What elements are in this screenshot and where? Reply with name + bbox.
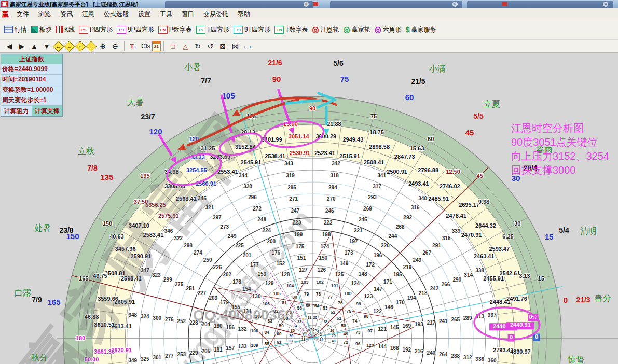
- svg-text:223: 223: [293, 220, 301, 226]
- svg-text:271: 271: [289, 196, 298, 202]
- toolbar-button-T数字表[interactable]: TNT数字表: [274, 25, 308, 34]
- svg-text:50: 50: [341, 323, 346, 328]
- background-tab[interactable]: [467, 1, 613, 8]
- menu-item-交易委托[interactable]: 交易委托: [199, 8, 233, 20]
- expand-tool-icon[interactable]: ⊠: [217, 41, 228, 51]
- svg-text:2542.61: 2542.61: [499, 270, 520, 276]
- svg-text:319: 319: [286, 173, 295, 178]
- svg-text:270: 270: [327, 196, 336, 202]
- svg-text:60: 60: [277, 331, 282, 337]
- zoom-out-icon[interactable]: ⊖: [109, 41, 121, 51]
- svg-text:172: 172: [366, 262, 375, 268]
- svg-text:81: 81: [282, 300, 287, 305]
- app-logo: 赢: [2, 10, 9, 19]
- svg-text:120: 120: [189, 136, 199, 142]
- menu-item-文件[interactable]: 文件: [12, 8, 34, 20]
- tab-close-icon[interactable]: ×: [603, 2, 608, 7]
- toolbar-button-赢家服务[interactable]: $赢家服务: [406, 25, 436, 34]
- svg-text:2560.91: 2560.91: [196, 180, 216, 187]
- toolbar-button-赢家轮[interactable]: ◎赢家轮: [344, 25, 370, 34]
- svg-text:106: 106: [263, 301, 270, 306]
- menu-item-浏览[interactable]: 浏览: [34, 8, 56, 20]
- svg-text:147: 147: [374, 286, 382, 292]
- svg-text:132: 132: [238, 326, 247, 332]
- toolbar-button-P数字表[interactable]: PNP数字表: [158, 25, 192, 34]
- toolbar-button-六角形[interactable]: ◎六角形: [375, 25, 402, 34]
- calendar-icon[interactable]: 21: [152, 41, 161, 51]
- svg-text:129: 129: [265, 281, 274, 286]
- menu-item-江恩[interactable]: 江恩: [77, 8, 99, 20]
- svg-text:50.00: 50.00: [85, 356, 99, 362]
- svg-text:6.25: 6.25: [502, 233, 513, 240]
- degree-label-60: 60: [405, 93, 414, 102]
- svg-text:45: 45: [477, 173, 483, 179]
- toolbar-button-江恩轮[interactable]: ◎江恩轮: [312, 25, 339, 34]
- toolbar-button-行情[interactable]: 行情: [4, 25, 27, 34]
- shrink-tool-icon[interactable]: ⋈: [229, 41, 241, 51]
- instrument-name: 上证指数: [1, 54, 62, 64]
- svg-text:220: 220: [381, 243, 390, 248]
- svg-text:296: 296: [248, 194, 257, 200]
- gann-wheel[interactable]: 1234567891011121324252627282930313233343…: [0, 53, 618, 364]
- menu-item-帮助[interactable]: 帮助: [233, 8, 255, 20]
- svg-text:165: 165: [79, 275, 88, 282]
- arrow-left-icon[interactable]: ◀: [4, 41, 15, 51]
- rotate-ccw-icon[interactable]: ↺: [204, 41, 216, 51]
- arrow-right-icon[interactable]: ▶: [16, 41, 28, 51]
- svg-text:2493.41: 2493.41: [408, 180, 429, 187]
- svg-text:2949.43: 2949.43: [342, 136, 363, 143]
- svg-text:336: 336: [475, 356, 484, 362]
- background-tab[interactable]: [165, 1, 313, 8]
- calc-resistance-button[interactable]: 计算阻力: [1, 106, 32, 116]
- calc-support-button[interactable]: 计算支撑: [32, 106, 63, 116]
- svg-text:105: 105: [246, 113, 256, 119]
- menu-item-设置[interactable]: 设置: [133, 8, 155, 20]
- rotate-cw-icon[interactable]: ↻: [192, 41, 203, 51]
- svg-text:82: 82: [273, 309, 279, 314]
- menu-item-窗口[interactable]: 窗口: [177, 8, 199, 20]
- zoom-in-icon[interactable]: ⊕: [97, 41, 108, 51]
- svg-text:2545.91: 2545.91: [241, 159, 262, 165]
- toolbar-button-9P四方形[interactable]: P99P四方形: [117, 25, 154, 34]
- title-bar: 赢 赢家江恩专业版[赢家服务平台] - [上证指数 江恩轮] × × ×: [0, 0, 618, 8]
- diamond-left-icon[interactable]: ←: [53, 40, 64, 51]
- diamond-down-icon[interactable]: ↓: [86, 40, 97, 51]
- triangle-tool-icon[interactable]: △: [180, 41, 191, 51]
- diamond-up-icon[interactable]: ↑: [75, 40, 86, 51]
- degree-label-0: 0: [564, 296, 568, 304]
- rect-tool-icon[interactable]: □: [167, 41, 178, 51]
- menu-item-公式选股[interactable]: 公式选股: [99, 8, 133, 20]
- svg-text:226: 226: [213, 264, 222, 270]
- menu-item-资讯[interactable]: 资讯: [56, 8, 77, 20]
- solar-term-白露: 白露: [15, 288, 31, 299]
- svg-text:180: 180: [214, 323, 223, 329]
- toolbar-button-9T四方形[interactable]: T99T四方形: [234, 25, 270, 34]
- background-tab[interactable]: [330, 1, 462, 8]
- svg-text:216: 216: [415, 348, 423, 354]
- diamond-right-icon[interactable]: →: [64, 40, 75, 51]
- svg-text:274: 274: [194, 250, 202, 256]
- gann-wheel-chart-area[interactable]: 1234567891011121324252627282930313233343…: [0, 53, 618, 364]
- toolbar-button-板块[interactable]: 板块: [31, 25, 52, 34]
- t-down-icon[interactable]: T↓: [128, 41, 139, 51]
- svg-text:268: 268: [396, 224, 405, 230]
- svg-text:295: 295: [287, 185, 296, 190]
- svg-text:27: 27: [327, 324, 332, 328]
- analysis-note: 江恩时空分析图90度3051点关键位向上压力3152、3254回探支撑3000: [511, 121, 609, 177]
- screen-tool-icon[interactable]: ▭: [242, 41, 253, 51]
- arrow-down-icon[interactable]: ▼: [41, 41, 52, 51]
- tab-close-icon[interactable]: ×: [452, 2, 458, 7]
- menu-item-工具[interactable]: 工具: [155, 8, 177, 20]
- svg-text:179: 179: [220, 300, 229, 305]
- toolbar-button-T四方形[interactable]: TST四方形: [196, 25, 229, 34]
- svg-text:2470.91: 2470.91: [461, 232, 482, 238]
- svg-text:325: 325: [141, 356, 149, 362]
- svg-text:36: 36: [289, 334, 293, 338]
- svg-text:245: 245: [359, 217, 367, 222]
- tab-close-icon[interactable]: ×: [304, 2, 309, 7]
- svg-text:340: 340: [418, 195, 427, 201]
- toolbar-button-K线[interactable]: K线: [56, 25, 75, 34]
- arrow-up-icon[interactable]: ▲: [29, 41, 40, 51]
- toolbar-button-P四方形[interactable]: PSP四方形: [79, 25, 113, 34]
- cls-button[interactable]: Cls: [140, 41, 152, 51]
